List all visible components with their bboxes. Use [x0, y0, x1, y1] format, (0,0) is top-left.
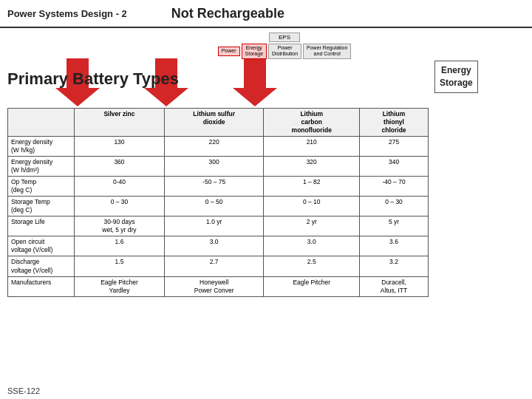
- row-cell: 0-40: [75, 177, 165, 197]
- header-subtitle: Not Rechargeable: [171, 6, 284, 21]
- right-section: EnergyStorage: [429, 31, 525, 297]
- eps-box-regulation: Power Regulationand Control: [303, 44, 351, 59]
- row-cell: 130: [75, 136, 165, 156]
- col-header-lithium-carbon: Lithiumcarbonmonofluoride: [264, 108, 360, 136]
- row-cell: 1.6: [75, 236, 165, 256]
- eps-boxes: EPS Power EnergyStorage PowerDistributio…: [140, 33, 429, 59]
- row-cell: 3.2: [360, 256, 429, 276]
- footer: SSE-122: [7, 386, 40, 395]
- header-title: Power Systems Design - 2: [7, 8, 127, 19]
- row-cell: 5 yr: [360, 216, 429, 236]
- row-cell: 360: [75, 157, 165, 177]
- energy-storage-label: EnergyStorage: [434, 61, 478, 93]
- section-heading-area: Primary Battery Types: [7, 62, 429, 106]
- row-cell: 0 – 50: [164, 197, 263, 216]
- eps-box-distribution: PowerDistribution: [268, 44, 301, 59]
- table-header-row: Silver zinc Lithium sulfurdioxide Lithiu…: [8, 108, 429, 136]
- footer-label: SSE-122: [7, 386, 40, 395]
- col-header-silver: Silver zinc: [75, 108, 165, 136]
- eps-box-power: Power: [218, 47, 240, 55]
- table-row: Op Temp(deg C)0-40-50 – 751 – 82-40 – 70: [8, 177, 429, 197]
- row-cell: 3.0: [264, 236, 360, 256]
- table-row: Storage Life30-90 dayswet, 5 yr dry1.0 y…: [8, 216, 429, 236]
- row-cell: -40 – 70: [360, 177, 429, 197]
- eps-diagram: EPS Power EnergyStorage PowerDistributio…: [140, 33, 429, 59]
- row-cell: 320: [264, 157, 360, 177]
- row-cell: 210: [264, 136, 360, 156]
- row-cell: 300: [164, 157, 263, 177]
- table-row: ManufacturersEagle PitcherYardleyHoneywe…: [8, 276, 429, 296]
- row-cell: 3.6: [360, 236, 429, 256]
- row-cell: 0 – 10: [264, 197, 360, 216]
- row-cell: HoneywellPower Conver: [164, 276, 263, 296]
- col-header-lithium-thionyl: Lithiumthionylchloride: [360, 108, 429, 136]
- row-cell: Eagle Pitcher: [264, 276, 360, 296]
- row-cell: 3.0: [164, 236, 263, 256]
- row-label: Dischargevoltage (V/cell): [8, 256, 75, 276]
- row-cell: 2.7: [164, 256, 263, 276]
- eps-row: Power EnergyStorage PowerDistribution Po…: [218, 44, 352, 59]
- battery-table: Silver zinc Lithium sulfurdioxide Lithiu…: [7, 108, 429, 297]
- row-label: Storage Temp(deg C): [8, 197, 75, 216]
- row-cell: 275: [360, 136, 429, 156]
- table-body: Energy density(W h/kg)130220210275Energy…: [8, 136, 429, 296]
- left-section: EPS Power EnergyStorage PowerDistributio…: [7, 31, 429, 297]
- row-label: Energy density(W h/dm³): [8, 157, 75, 177]
- row-cell: 0 – 30: [75, 197, 165, 216]
- row-label: Storage Life: [8, 216, 75, 236]
- row-label: Manufacturers: [8, 276, 75, 296]
- content-area: EPS Power EnergyStorage PowerDistributio…: [0, 28, 532, 297]
- section-heading: Primary Battery Types: [7, 62, 429, 89]
- table-row: Open circuitvoltage (V/cell)1.63.03.03.6: [8, 236, 429, 256]
- table-row: Energy density(W h/dm³)360300320340: [8, 157, 429, 177]
- row-cell: 2 yr: [264, 216, 360, 236]
- row-cell: -50 – 75: [164, 177, 263, 197]
- row-cell: 1.5: [75, 256, 165, 276]
- col-header-lithium-sulfur: Lithium sulfurdioxide: [164, 108, 263, 136]
- row-cell: 2.5: [264, 256, 360, 276]
- row-cell: 1 – 82: [264, 177, 360, 197]
- row-cell: Eagle PitcherYardley: [75, 276, 165, 296]
- table-row: Dischargevoltage (V/cell)1.52.72.53.2: [8, 256, 429, 276]
- row-cell: Duracell,Altus, ITT: [360, 276, 429, 296]
- eps-top-label: EPS: [269, 33, 300, 42]
- eps-box-energy: EnergyStorage: [242, 44, 267, 59]
- col-header-label: [8, 108, 75, 136]
- row-cell: 340: [360, 157, 429, 177]
- row-cell: 0 – 30: [360, 197, 429, 216]
- row-label: Energy density(W h/kg): [8, 136, 75, 156]
- table-row: Energy density(W h/kg)130220210275: [8, 136, 429, 156]
- row-label: Op Temp(deg C): [8, 177, 75, 197]
- row-cell: 1.0 yr: [164, 216, 263, 236]
- row-label: Open circuitvoltage (V/cell): [8, 236, 75, 256]
- table-row: Storage Temp(deg C)0 – 300 – 500 – 100 –…: [8, 197, 429, 216]
- row-cell: 220: [164, 136, 263, 156]
- row-cell: 30-90 dayswet, 5 yr dry: [75, 216, 165, 236]
- header: Power Systems Design - 2 Not Rechargeabl…: [0, 0, 532, 28]
